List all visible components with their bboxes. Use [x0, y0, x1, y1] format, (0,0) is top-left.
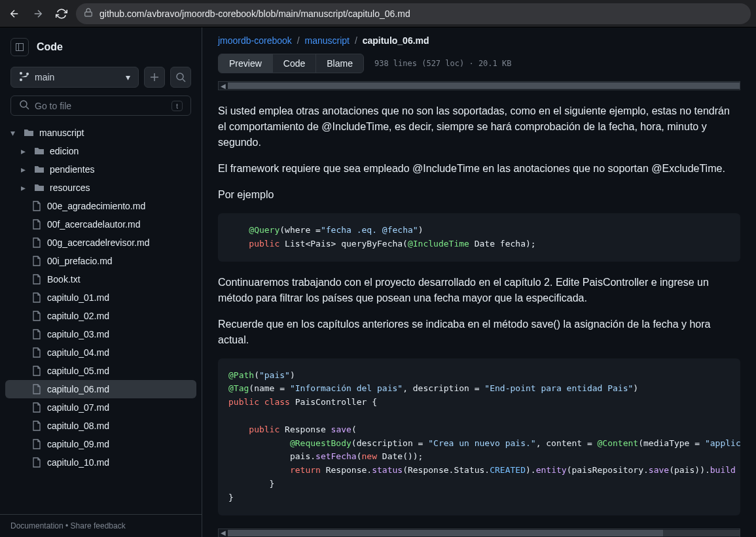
- footer-feedback-link[interactable]: Share feedback: [71, 521, 126, 530]
- horizontal-scrollbar[interactable]: ◀: [218, 528, 740, 537]
- content: jmoordb-corebook / manuscript / capitulo…: [202, 27, 756, 537]
- svg-point-1: [177, 73, 183, 80]
- file-icon: [31, 311, 42, 321]
- url-bar[interactable]: github.com/avbravo/jmoordb-corebook/blob…: [76, 3, 751, 24]
- tree-file[interactable]: capitulo_04.md: [5, 343, 196, 362]
- tab-code[interactable]: Code: [273, 54, 316, 73]
- sidebar: Code main ▾ t ▾ manuscript ▸edicion▸pend…: [0, 27, 202, 537]
- paragraph: Recuerde que en los capítulos anteriores…: [218, 317, 740, 348]
- view-tabs: Preview Code Blame: [218, 54, 364, 73]
- tree-file[interactable]: capitulo_02.md: [5, 307, 196, 325]
- file-icon: [31, 237, 42, 248]
- folder-icon: [34, 146, 45, 156]
- breadcrumb-repo[interactable]: jmoordb-corebook: [218, 35, 292, 46]
- tab-blame[interactable]: Blame: [316, 54, 363, 73]
- sidebar-toggle-icon[interactable]: [10, 38, 29, 56]
- tree-file[interactable]: capitulo_10.md: [5, 453, 196, 472]
- tree-file[interactable]: capitulo_03.md: [5, 325, 196, 343]
- footer-doc-link[interactable]: Documentation: [10, 521, 63, 530]
- branch-selector[interactable]: main ▾: [10, 67, 139, 88]
- breadcrumb-folder[interactable]: manuscript: [305, 35, 350, 46]
- tree-file[interactable]: 00i_prefacio.md: [5, 252, 196, 270]
- sidebar-footer: Documentation • Share feedback: [0, 514, 202, 537]
- file-icon: [31, 274, 42, 285]
- file-icon: [31, 421, 42, 431]
- paragraph: El framework requiere que sea empleado @…: [218, 161, 740, 177]
- search-repo-button[interactable]: [170, 67, 191, 88]
- add-file-button[interactable]: [144, 67, 165, 88]
- chevron-down-icon: ▾: [126, 72, 130, 82]
- tree-folder[interactable]: ▸resources: [5, 179, 196, 197]
- file-icon: [31, 384, 42, 394]
- file-icon: [31, 256, 42, 266]
- code-block: @Path("pais") @Tag(name = "Información d…: [218, 358, 740, 515]
- file-icon: [31, 219, 42, 230]
- file-search-input[interactable]: [35, 101, 166, 111]
- forward-button[interactable]: [29, 5, 47, 23]
- code-block: @Query(where ="fecha .eq. @fecha") publi…: [218, 213, 740, 262]
- back-button[interactable]: [5, 5, 24, 23]
- file-icon: [31, 347, 42, 358]
- tree-file[interactable]: capitulo_08.md: [5, 417, 196, 435]
- document-body: ◀ Si usted emplea otras anotaciones que …: [202, 81, 756, 537]
- tree-file[interactable]: capitulo_06.md: [5, 380, 196, 398]
- chevron-right-icon: ▸: [21, 146, 29, 156]
- tree-file[interactable]: capitulo_07.md: [5, 398, 196, 417]
- folder-open-icon: [24, 128, 34, 138]
- tree-file[interactable]: capitulo_09.md: [5, 435, 196, 453]
- browser-chrome: github.com/avbravo/jmoordb-corebook/blob…: [0, 0, 756, 27]
- tree-folder[interactable]: ▸pendientes: [5, 160, 196, 179]
- file-icon: [31, 292, 42, 303]
- paragraph: Por ejemplo: [218, 187, 740, 203]
- breadcrumb-file: capitulo_06.md: [363, 35, 429, 46]
- breadcrumbs: jmoordb-corebook / manuscript / capitulo…: [202, 27, 756, 54]
- search-icon: [19, 99, 29, 112]
- search-kbd: t: [171, 101, 183, 111]
- paragraph: Continuaremos trabajando con el proyecto…: [218, 275, 740, 306]
- sidebar-title: Code: [37, 41, 63, 53]
- folder-icon: [34, 182, 45, 193]
- chevron-right-icon: ▸: [21, 164, 29, 175]
- reload-button[interactable]: [52, 5, 71, 23]
- tree-file[interactable]: 00g_acercadelrevisor.md: [5, 234, 196, 252]
- file-icon: [31, 329, 42, 339]
- chevron-right-icon: ▸: [21, 182, 29, 193]
- tree-file[interactable]: Book.txt: [5, 270, 196, 288]
- svg-rect-0: [85, 12, 92, 16]
- tree-file[interactable]: 00f_acercadelautor.md: [5, 215, 196, 234]
- tree-folder[interactable]: ▸edicion: [5, 142, 196, 160]
- file-icon: [31, 402, 42, 413]
- horizontal-scrollbar[interactable]: ◀: [218, 81, 740, 90]
- file-icon: [31, 201, 42, 211]
- file-icon: [31, 439, 42, 449]
- file-icon: [31, 457, 42, 468]
- tree-file[interactable]: capitulo_05.md: [5, 362, 196, 380]
- lock-icon: [84, 8, 93, 19]
- chevron-down-icon: ▾: [10, 128, 18, 138]
- file-icon: [31, 366, 42, 376]
- file-search[interactable]: t: [10, 95, 191, 116]
- tab-preview[interactable]: Preview: [219, 54, 273, 73]
- file-tree: ▾ manuscript ▸edicion▸pendientes▸resourc…: [0, 124, 202, 514]
- file-meta: 938 lines (527 loc) · 20.1 KB: [374, 59, 512, 68]
- paragraph: Si usted emplea otras anotaciones que no…: [218, 103, 740, 150]
- branch-icon: [19, 71, 29, 84]
- branch-name: main: [35, 72, 54, 82]
- tree-file[interactable]: 00e_agradecimiento.md: [5, 197, 196, 215]
- svg-point-2: [20, 101, 27, 107]
- folder-icon: [34, 164, 45, 175]
- tree-root[interactable]: ▾ manuscript: [5, 124, 196, 142]
- url-text: github.com/avbravo/jmoordb-corebook/blob…: [99, 9, 410, 19]
- tree-file[interactable]: capitulo_01.md: [5, 288, 196, 307]
